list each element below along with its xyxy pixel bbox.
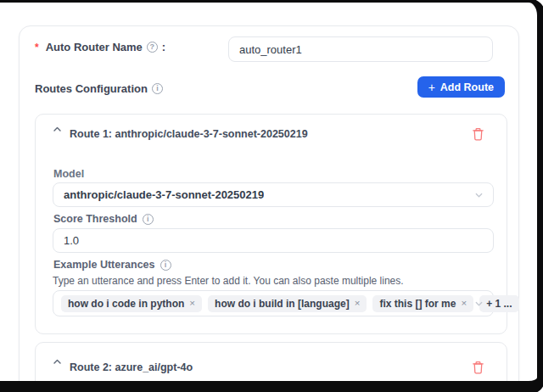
route-1-panel: Route 1: anthropic/claude-3-7-sonnet-202… <box>35 114 507 334</box>
auto-router-name-label-text: Auto Router Name <box>46 41 143 53</box>
utterance-tag-text: how do i build in [language] <box>215 298 350 310</box>
auto-router-name-input[interactable] <box>228 36 493 62</box>
app-window: * Auto Router Name ? : Routes Configurat… <box>0 0 543 392</box>
model-select[interactable]: anthropic/claude-3-7-sonnet-20250219 <box>53 182 494 207</box>
utterance-tag: how do i code in python × <box>61 295 202 312</box>
trash-icon <box>472 127 484 141</box>
chevron-down-icon <box>474 190 484 199</box>
score-threshold-label-text: Score Threshold <box>53 213 137 225</box>
add-route-button[interactable]: + Add Route <box>417 76 505 98</box>
score-threshold-label: Score Threshold i <box>53 213 154 225</box>
route-1-delete-button[interactable] <box>470 126 486 143</box>
utterance-tag-text: fix this [] for me <box>379 298 456 310</box>
overflow-count-tag[interactable]: + 1 ... <box>479 295 518 312</box>
route-2-delete-button[interactable] <box>470 359 486 376</box>
tag-remove-icon[interactable]: × <box>189 299 195 309</box>
route-1-title[interactable]: Route 1: anthropic/claude-3-7-sonnet-202… <box>70 128 308 140</box>
tag-remove-icon[interactable]: × <box>461 299 467 309</box>
collapse-chevron-up-icon[interactable] <box>53 357 62 367</box>
add-route-button-label: Add Route <box>440 81 494 93</box>
required-asterisk: * <box>35 42 39 53</box>
example-utterances-tags-input[interactable]: how do i code in python × how do i build… <box>53 290 494 316</box>
label-colon: : <box>162 41 165 53</box>
trash-icon <box>472 361 484 374</box>
routes-configuration-label-text: Routes Configuration <box>35 82 148 95</box>
route-2-panel: Route 2: azure_ai/gpt-4o <box>35 342 507 392</box>
auto-router-name-label: * Auto Router Name ? : <box>35 41 165 53</box>
example-utterances-label-text: Example Utterances <box>53 259 155 271</box>
collapse-chevron-up-icon[interactable] <box>53 125 62 134</box>
info-circle-icon: i <box>160 260 171 271</box>
utterance-tag: fix this [] for me × <box>372 295 473 312</box>
utterance-hint-text: Type an utterance and press Enter to add… <box>53 275 404 287</box>
example-utterances-label: Example Utterances i <box>53 259 171 271</box>
info-circle-icon: i <box>143 214 154 225</box>
plus-icon: + <box>428 81 435 93</box>
routes-configuration-label: Routes Configuration i <box>35 82 163 95</box>
utterance-tag-text: how do i code in python <box>68 298 184 310</box>
auto-router-form-card: * Auto Router Name ? : Routes Configurat… <box>19 25 519 392</box>
tag-remove-icon[interactable]: × <box>355 299 361 309</box>
route-2-title[interactable]: Route 2: azure_ai/gpt-4o <box>70 361 193 373</box>
chevron-down-icon <box>474 299 484 308</box>
utterance-tag: how do i build in [language] × <box>208 295 367 312</box>
model-label: Model <box>53 168 84 180</box>
info-circle-icon: i <box>152 83 163 94</box>
model-select-value: anthropic/claude-3-7-sonnet-20250219 <box>64 188 264 201</box>
question-circle-icon: ? <box>147 42 158 53</box>
score-threshold-input[interactable] <box>53 228 494 253</box>
